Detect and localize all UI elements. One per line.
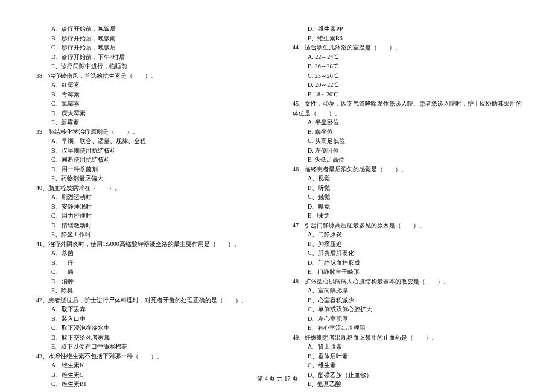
option: C、触觉 (287, 192, 525, 202)
option: E、药物剂量应偏大 (30, 174, 268, 183)
option: B、仅早期使用抗结核药 (30, 146, 268, 156)
option: D. 左侧卧位 (287, 146, 525, 156)
option: A、取下丢弃 (30, 305, 268, 314)
question-45: 45、女性，40岁，因支气管哮喘发作急诊入院。患者急诊入院时，护士应协助其采用的… (287, 99, 525, 118)
option: A、室间隔肥厚 (287, 286, 525, 296)
option: B、安静睡眠时 (30, 202, 268, 212)
option: B、肿瘤压迫 (287, 239, 525, 249)
option: B、心室容积减少 (287, 296, 525, 305)
question-44: 44、适合新生儿沐浴的室温是（ ）。 (287, 43, 525, 52)
option: B、诊疗开始后，晚饭前 (30, 34, 268, 43)
option: A、视觉 (287, 174, 525, 183)
option: C. 23～26℃ (287, 71, 525, 81)
option: D、取下交给死者家属 (30, 333, 268, 343)
option: D、诊疗开始前，下午4时后 (30, 52, 268, 62)
option: E、门静脉主干畸形 (287, 267, 525, 277)
question-38: 38、治疗破伤风，首选的抗生素是（ ）。 (30, 71, 268, 81)
option: A. 半坐卧位 (287, 118, 525, 127)
page-footer: 第 4 页 共 17 页 (0, 375, 555, 383)
option: E、除臭 (30, 286, 268, 296)
left-column: A、诊疗开始前，晚饭后 B、诊疗开始后，晚饭前 C、诊疗开始后，晚饭后 D、诊疗… (30, 24, 268, 368)
option: D、左心室肥厚 (287, 314, 525, 324)
option: B、垂体后叶素 (287, 352, 525, 361)
option: D、庆大霉素 (30, 109, 268, 118)
option: E、静坐工作时 (30, 230, 268, 239)
option: A、肾上腺素 (287, 342, 525, 352)
option: E、新霉素 (30, 118, 268, 127)
option: C、取下浸泡在冷水中 (30, 323, 268, 333)
option: C、诊疗开始后，晚饭后 (30, 43, 268, 52)
option: C、维生素 (287, 361, 525, 370)
option: E、取下以便在口中添塞棉花 (30, 342, 268, 352)
option: D、门静脉血栓形成 (287, 258, 525, 268)
option: C、止痛 (30, 267, 268, 277)
question-39: 39、肺结核化学治疗原则是（ ）。 (30, 127, 268, 137)
option: B、装入口中 (30, 314, 268, 324)
option: B. 26～28℃ (287, 62, 525, 71)
option: C、间断使用抗结核药 (30, 155, 268, 165)
option: D、消肿 (30, 277, 268, 286)
option: D、维生素PP (287, 24, 525, 34)
option: B、听觉 (287, 183, 525, 193)
option: C、氯霉素 (30, 99, 268, 109)
option: C、肝炎后肝硬化 (287, 248, 525, 258)
option: C. 头高足低位 (287, 136, 525, 146)
option: D、用一种杀菌剂 (30, 165, 268, 174)
option: A、维生素K (30, 361, 268, 370)
option: B、止痒 (30, 258, 268, 268)
question-40: 40、脑血栓发病常在（ ）。 (30, 183, 268, 193)
option: B. 端坐位 (287, 127, 525, 137)
option: A. 22～24℃ (287, 52, 525, 62)
option: B、青霉素 (30, 90, 268, 100)
option: A、红霉素 (30, 80, 268, 90)
option: E、维生素B6 (287, 34, 525, 43)
option: C、用力排便时 (30, 211, 268, 221)
option: D、嗅觉 (287, 202, 525, 212)
option: D、情绪激动时 (30, 221, 268, 230)
question-43: 43、水溶性维生素不包括下列哪一种（ ）。 (30, 352, 268, 361)
right-column: D、维生素PP E、维生素B6 44、适合新生儿沐浴的室温是（ ）。 A. 22… (287, 24, 525, 368)
option: A、杀菌 (30, 248, 268, 258)
question-49: 49、妊娠期患者出现咯血应禁用的止血药是（ ）。 (287, 333, 525, 343)
option: E、诊疗间隙中进行，临睡前 (30, 62, 268, 71)
option: E. 18～20℃ (287, 90, 525, 100)
question-41: 41、治疗外阴炎时，使用1:5000高锰酸钾溶液坐浴的最主要作用是（ ）。 (30, 239, 268, 249)
option: A、早期、联合、适量、规律、全程 (30, 136, 268, 146)
option: A、剧烈运动时 (30, 192, 268, 202)
option: C、单侧或双侧心腔扩大 (287, 305, 525, 314)
option: A、诊疗开始前，晚饭后 (30, 24, 268, 34)
question-47: 47、引起门静脉高压症最多见的原因是（ ）。 (287, 221, 525, 230)
question-42: 42、患者逝世后，护士进行尸体料理时，对死者牙齿的处理正确的是（ ）。 (30, 296, 268, 305)
option: E、右心室流出道梗阻 (287, 323, 525, 333)
question-46: 46、临终患者最后消失的感觉是（ ）。 (287, 165, 525, 174)
option: E、味觉 (287, 211, 525, 221)
option: E. 头低足高位 (287, 155, 525, 165)
question-48: 48、扩张型心肌病病人心脏结构最基本的改变是（ ）。 (287, 277, 525, 286)
option: D. 20～22℃ (287, 80, 525, 90)
option: A、门静脉炎 (287, 230, 525, 239)
